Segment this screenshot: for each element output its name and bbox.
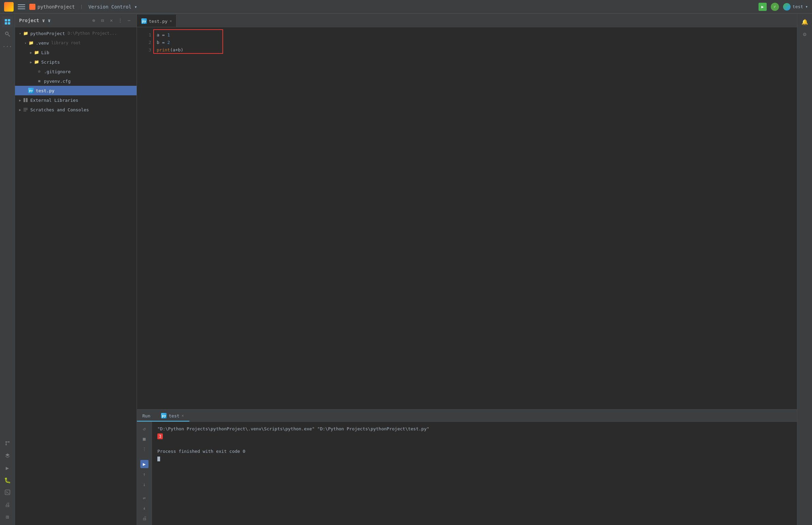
print-icon[interactable]: 🖨 [2, 499, 13, 510]
item-hint: library root [51, 41, 81, 45]
sidebar-title-text: Project [19, 18, 39, 23]
sidebar-title-arrow-icon[interactable]: ∨ [42, 18, 45, 23]
stop-button[interactable]: ■ [140, 435, 148, 443]
tree-item-extlibs[interactable]: ▶ External Libraries [15, 95, 136, 105]
vcs-label: Version Control [88, 4, 131, 10]
scroll-down-button[interactable]: ↓ [140, 480, 148, 489]
bottom-tabs: Run py test × [137, 409, 797, 422]
output-line: 3 [157, 433, 792, 440]
tree-item-venv[interactable]: ▾ 📁 .venv library root [15, 38, 136, 48]
command-line: "D:\Python Projects\pythonProject\.venv\… [157, 425, 792, 433]
svg-line-5 [8, 35, 10, 36]
sidebar-more-icon[interactable]: ⋮ [117, 17, 124, 24]
user-menu[interactable]: test ▾ [783, 3, 808, 11]
code-line-1: a = 1 [157, 31, 794, 39]
svg-line-13 [8, 456, 10, 457]
terminal-icon[interactable] [2, 487, 13, 498]
user-arrow-icon: ▾ [805, 4, 808, 9]
test-tab-label: test [168, 413, 179, 418]
tree-item-scripts[interactable]: ▶ 📁 Scripts [15, 57, 136, 67]
rerun-button[interactable]: ↺ [140, 424, 148, 433]
config-icon: ≡ [36, 78, 42, 84]
no-chevron [23, 88, 28, 93]
item-label: Scripts [41, 60, 60, 65]
chevron-down-icon: ▾ [23, 41, 28, 45]
item-label: Scratches and Consoles [30, 107, 89, 112]
tree-item-lib[interactable]: ▶ 📁 Lib [15, 48, 136, 57]
scroll-end-button[interactable]: ↡ [140, 504, 148, 512]
notifications-icon[interactable]: 🔔 [799, 16, 810, 27]
tab-label: test.py [149, 19, 167, 24]
vcs-arrow-icon: ▾ [134, 4, 137, 10]
scroll-up-button[interactable]: ↑ [140, 470, 148, 478]
output-number-highlight: 3 [157, 433, 163, 439]
code-content[interactable]: a = 1 b = 2 print(a+b) [154, 27, 797, 409]
run-tool-icon[interactable]: ▶ [2, 462, 13, 473]
left-icon-strip: ··· ▶ 🐛 [0, 14, 15, 525]
editor-tabs: py test.py × [137, 14, 797, 27]
terminal-output[interactable]: "D:\Python Projects\pythonProject\.venv\… [152, 422, 797, 525]
tree-item-gitignore[interactable]: ⊘ .gitignore [15, 67, 136, 76]
main-layout: ··· ▶ 🐛 [0, 14, 812, 525]
gitignore-icon: ⊘ [36, 69, 42, 75]
svg-rect-2 [5, 22, 7, 25]
folder-icon: 📁 [33, 49, 40, 56]
terminal-cursor [157, 456, 160, 461]
search-icon[interactable] [2, 29, 13, 40]
folder-icon: 📁 [28, 40, 34, 46]
soft-wrap-button[interactable]: ⇌ [140, 494, 148, 502]
editor-tab-testpy[interactable]: py test.py × [137, 15, 176, 27]
no-chevron [31, 69, 36, 74]
code-line-3: print(a+b) [157, 46, 794, 54]
tab-close-icon[interactable]: × [169, 19, 172, 24]
new-file-icon[interactable]: ⊕ [90, 17, 97, 24]
update-icon[interactable]: ✓ [771, 3, 779, 11]
code-editor[interactable]: 1 2 3 a = 1 b = 2 print(a+b) [137, 27, 797, 409]
library-icon [23, 97, 29, 103]
item-label: test.py [36, 88, 55, 93]
tree-item-testpy[interactable]: py test.py [15, 86, 136, 95]
line-numbers: 1 2 3 [137, 27, 154, 409]
svg-point-6 [5, 441, 7, 442]
chevron-right-icon: ▶ [29, 60, 33, 64]
folder-icon: 📁 [33, 59, 40, 65]
titlebar: pythonProject | Version Control ▾ ▶ ✓ te… [0, 0, 812, 14]
svg-point-4 [5, 32, 8, 35]
sidebar-minimize-icon[interactable]: − [126, 17, 133, 24]
settings-icon[interactable]: ⚙ [799, 29, 810, 40]
sidebar-actions: ⊕ ⊟ × ⋮ − [90, 17, 133, 24]
run-button[interactable]: ▶ [758, 3, 767, 11]
run-active-button[interactable]: ▶ [140, 460, 148, 468]
svg-marker-11 [5, 453, 10, 456]
bottom-tab-run[interactable]: Run [137, 410, 156, 421]
vcs-menu[interactable]: Version Control ▾ [88, 4, 137, 10]
bottom-tab-test[interactable]: py test × [156, 410, 189, 421]
project-tree: ▾ 📁 pythonProject D:\Python Project... ▾… [15, 27, 136, 525]
code-line-2: b = 2 [157, 39, 794, 46]
blank-line [157, 440, 792, 448]
print-button[interactable]: 🖨 [140, 514, 148, 522]
chevron-right-icon: ▶ [18, 98, 23, 103]
tree-item-pythonproject[interactable]: ▾ 📁 pythonProject D:\Python Project... [15, 29, 136, 38]
user-name: test [793, 4, 803, 9]
close-sidebar-icon[interactable]: × [108, 17, 115, 24]
item-label: pythonProject [30, 31, 65, 36]
expand-icon[interactable]: ⊞ [2, 511, 13, 522]
tree-item-pyvenv[interactable]: ≡ pyvenv.cfg [15, 76, 136, 86]
separator: | [80, 4, 83, 9]
tree-item-scratches[interactable]: ▶ Scratches and Consoles [15, 105, 136, 115]
project-view-icon[interactable] [2, 16, 13, 27]
debug-icon[interactable]: 🐛 [2, 475, 13, 485]
svg-line-12 [5, 456, 8, 457]
collapse-all-icon[interactable]: ⊟ [99, 17, 106, 24]
git-icon[interactable] [2, 438, 13, 449]
layers-icon[interactable] [2, 450, 13, 461]
project-icon [29, 4, 35, 10]
process-exit-line: Process finished with exit code 0 [157, 448, 792, 455]
run-more-button[interactable]: ⋮ [140, 445, 148, 453]
item-label: .gitignore [44, 69, 71, 74]
more-tools-icon[interactable]: ··· [2, 41, 13, 52]
hamburger-menu-button[interactable] [18, 3, 25, 11]
test-tab-close-icon[interactable]: × [181, 413, 184, 418]
project-label[interactable]: pythonProject [29, 4, 75, 10]
